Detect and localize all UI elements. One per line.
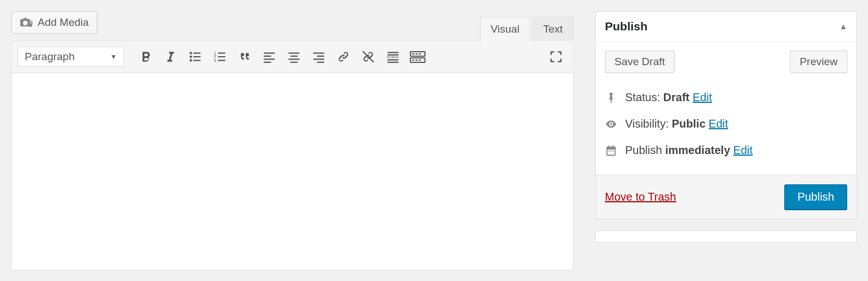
link-button[interactable]	[332, 46, 355, 68]
svg-rect-12	[218, 56, 225, 57]
svg-rect-23	[317, 56, 324, 57]
numbered-list-button[interactable]: 123	[209, 46, 231, 68]
save-draft-button[interactable]: Save Draft	[605, 51, 675, 73]
edit-visibility-link[interactable]: Edit	[709, 117, 728, 130]
svg-rect-27	[387, 52, 399, 53]
svg-rect-38	[415, 60, 418, 61]
svg-rect-21	[291, 62, 298, 63]
status-label: Status:	[625, 91, 663, 103]
editor-toolbar: Paragraph ▼ 123	[12, 41, 573, 73]
move-to-trash-link[interactable]: Move to Trash	[605, 191, 676, 203]
add-media-label: Add Media	[38, 16, 89, 29]
status-row: Status: Draft Edit	[605, 84, 847, 111]
chevron-down-icon: ▼	[110, 53, 117, 61]
bold-button[interactable]	[134, 46, 157, 68]
format-dropdown[interactable]: Paragraph ▼	[17, 47, 124, 67]
format-selected-label: Paragraph	[25, 51, 75, 63]
svg-rect-1	[31, 21, 33, 25]
bullet-list-button[interactable]	[184, 46, 206, 68]
visibility-value: Public	[672, 117, 706, 130]
svg-rect-25	[317, 62, 324, 63]
media-toolbar: Add Media Visual Text	[11, 11, 573, 35]
schedule-row: Publish immediately Edit	[605, 137, 847, 164]
svg-point-3	[189, 56, 192, 58]
svg-rect-5	[193, 52, 201, 53]
collapse-icon[interactable]: ▲	[839, 22, 847, 31]
editor-tabs: Visual Text	[478, 17, 573, 41]
calendar-icon	[605, 144, 617, 157]
svg-point-4	[189, 59, 192, 61]
publish-box: Publish ▲ Save Draft Preview Status: Dra…	[595, 11, 857, 219]
svg-rect-14	[264, 52, 275, 53]
editor-main: Add Media Visual Text Paragraph ▼ 123	[11, 11, 573, 270]
svg-rect-24	[313, 58, 324, 60]
preview-button[interactable]: Preview	[790, 51, 847, 73]
edit-schedule-link[interactable]: Edit	[733, 144, 752, 156]
svg-rect-33	[412, 53, 414, 55]
visibility-row: Visibility: Public Edit	[605, 111, 847, 137]
publish-box-header: Publish ▲	[596, 12, 856, 42]
pin-icon	[605, 92, 617, 104]
svg-rect-29	[387, 57, 399, 57]
svg-rect-16	[264, 58, 275, 60]
align-left-button[interactable]	[258, 46, 281, 68]
svg-text:3: 3	[214, 58, 216, 63]
align-right-button[interactable]	[308, 46, 330, 68]
sidebar: Publish ▲ Save Draft Preview Status: Dra…	[595, 11, 857, 243]
align-center-button[interactable]	[283, 46, 305, 68]
schedule-value: immediately	[665, 144, 730, 156]
svg-rect-7	[193, 60, 201, 61]
next-postbox	[595, 230, 857, 243]
fullscreen-button[interactable]	[545, 46, 567, 68]
svg-rect-39	[419, 60, 421, 61]
edit-status-link[interactable]: Edit	[693, 91, 712, 103]
svg-rect-19	[291, 56, 298, 57]
camera-music-icon	[20, 17, 33, 28]
visibility-label: Visibility:	[625, 117, 672, 130]
svg-rect-18	[288, 52, 300, 53]
publish-button[interactable]: Publish	[784, 184, 847, 210]
svg-rect-22	[313, 52, 324, 53]
svg-rect-6	[193, 56, 201, 57]
svg-rect-20	[288, 58, 300, 60]
unlink-button[interactable]	[357, 46, 379, 68]
svg-rect-17	[264, 62, 271, 63]
publish-box-title: Publish	[605, 20, 648, 33]
editor-content-area[interactable]	[12, 73, 573, 270]
svg-rect-13	[218, 60, 225, 61]
toolbar-toggle-button[interactable]	[406, 46, 429, 68]
editor-wrap: Paragraph ▼ 123	[11, 40, 573, 270]
schedule-label: Publish	[625, 144, 665, 156]
svg-rect-15	[264, 56, 271, 57]
svg-rect-28	[387, 55, 399, 56]
blockquote-button[interactable]	[233, 46, 256, 68]
svg-point-2	[189, 52, 192, 54]
status-value: Draft	[663, 91, 690, 103]
italic-button[interactable]	[159, 46, 182, 68]
tab-visual[interactable]: Visual	[480, 17, 530, 41]
svg-rect-37	[412, 60, 414, 61]
tab-text[interactable]: Text	[532, 17, 573, 41]
add-media-button[interactable]: Add Media	[11, 11, 97, 34]
svg-rect-34	[415, 53, 418, 55]
svg-rect-30	[387, 59, 399, 60]
svg-rect-11	[218, 52, 225, 53]
svg-rect-35	[419, 53, 421, 55]
eye-icon	[605, 118, 617, 130]
svg-rect-31	[387, 62, 399, 63]
read-more-button[interactable]	[382, 46, 404, 68]
